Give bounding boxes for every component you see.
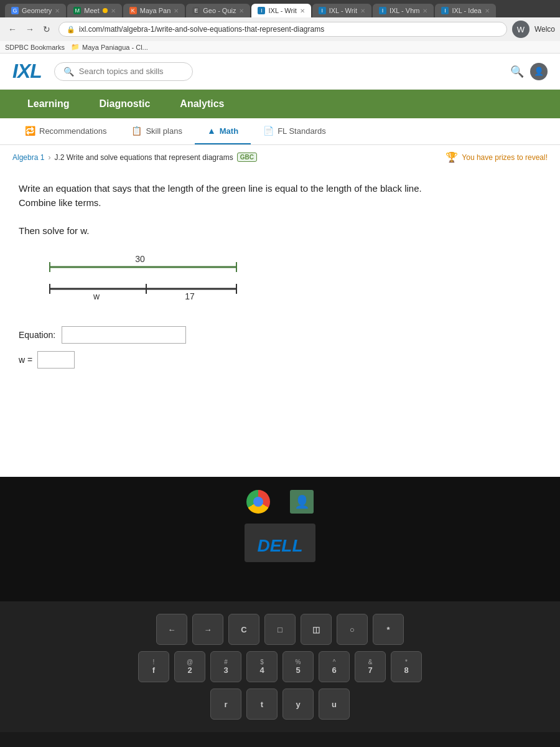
- ixl-logo: IXL: [12, 60, 42, 83]
- diagram-svg: 30 w 17: [37, 248, 274, 311]
- key-circle[interactable]: ○: [337, 614, 368, 645]
- key-bottom-label: 3: [223, 665, 228, 675]
- key-square[interactable]: □: [264, 614, 296, 645]
- key-top-label: @: [187, 659, 193, 665]
- dell-container: DELL: [245, 524, 315, 562]
- tab-ixl4[interactable]: I IXL - Idea ✕: [435, 4, 495, 17]
- tab-meet[interactable]: M Meet ✕: [67, 4, 121, 17]
- subnav-math[interactable]: ▲ Math: [195, 118, 251, 144]
- equation-input[interactable]: [62, 326, 186, 344]
- nav-buttons: ← → ↻: [5, 23, 54, 35]
- key-5-percent[interactable]: % 5: [282, 651, 314, 682]
- tab-close-maya[interactable]: ✕: [174, 7, 179, 14]
- subnav-recommendations[interactable]: 🔁 Recommendations: [12, 118, 119, 144]
- solve-text: Then solve for w.: [19, 225, 535, 236]
- bookmarks-bar: SDPBC Bookmarks 📁 Maya Paniagua - Cl...: [0, 41, 560, 54]
- tab-geometry[interactable]: G Geometry ✕: [5, 4, 66, 17]
- back-button[interactable]: ←: [5, 23, 20, 35]
- breadcrumb-current: J.2 Write and solve equations that repre…: [54, 153, 233, 162]
- key-8-star[interactable]: * 8: [391, 651, 422, 682]
- skillplans-icon: 📋: [131, 126, 142, 136]
- tab-close-ixl1[interactable]: ✕: [300, 7, 305, 14]
- tab-icon-ixl3: I: [379, 7, 386, 14]
- bookmark-maya[interactable]: 📁 Maya Paniagua - Cl...: [71, 43, 148, 51]
- lock-icon: 🔒: [67, 26, 75, 34]
- search-input[interactable]: [79, 67, 184, 76]
- key-double-square[interactable]: ◫: [301, 614, 332, 645]
- key-label: C: [241, 625, 246, 634]
- key-label: ○: [350, 625, 355, 634]
- tab-geo[interactable]: E Geo - Quiz ✕: [186, 4, 250, 17]
- tab-close-geo[interactable]: ✕: [239, 7, 244, 14]
- profile-button[interactable]: W: [512, 21, 530, 38]
- chrome-taskbar-icon[interactable]: [246, 489, 271, 514]
- key-left-arrow[interactable]: ←: [156, 614, 187, 645]
- subnav-recommendations-label: Recommendations: [39, 126, 106, 136]
- w-equals-row: w =: [19, 351, 535, 369]
- key-bottom-label: 7: [368, 665, 372, 675]
- math-icon: ▲: [207, 126, 216, 136]
- tab-ixl1[interactable]: I IXL - Writ ✕: [251, 4, 310, 17]
- tab-close-ixl2[interactable]: ✕: [360, 7, 365, 14]
- profile-initial: W: [517, 25, 525, 34]
- key-6-caret[interactable]: ^ 6: [319, 651, 350, 682]
- header-right: 🔍 👤: [510, 63, 548, 80]
- w-input[interactable]: [37, 351, 75, 369]
- header-profile[interactable]: 👤: [530, 63, 548, 80]
- tab-label-ixl1: IXL - Writ: [268, 7, 296, 14]
- tab-learning[interactable]: Learning: [12, 90, 85, 118]
- address-text: ixl.com/math/algebra-1/write-and-solve-e…: [79, 25, 324, 34]
- browser-chrome: G Geometry ✕ M Meet ✕ K Maya Pan ✕ E Geo…: [0, 0, 560, 17]
- search-button[interactable]: 🔍: [510, 65, 524, 78]
- breadcrumb-algebra1[interactable]: Algebra 1: [12, 153, 44, 162]
- tab-bar: G Geometry ✕ M Meet ✕ K Maya Pan ✕ E Geo…: [5, 4, 555, 17]
- key-u[interactable]: u: [319, 688, 350, 720]
- tab-diagnostic[interactable]: Diagnostic: [85, 90, 166, 118]
- refresh-button[interactable]: ↻: [40, 23, 54, 35]
- flstandards-icon: 📄: [263, 126, 274, 136]
- tab-diagnostic-label: Diagnostic: [100, 98, 151, 109]
- tab-close-meet[interactable]: ✕: [111, 7, 116, 14]
- key-3-hash[interactable]: # 3: [210, 651, 241, 682]
- tab-close-geometry[interactable]: ✕: [55, 7, 60, 14]
- recommendations-icon: 🔁: [25, 126, 35, 136]
- folder-icon: 📁: [71, 43, 80, 51]
- equation-label: Equation:: [19, 330, 55, 340]
- tab-close-ixl3[interactable]: ✕: [422, 7, 427, 14]
- bookmark-sdpbc[interactable]: SDPBC Bookmarks: [5, 44, 65, 51]
- key-c[interactable]: C: [228, 614, 259, 645]
- key-7-amp[interactable]: & 7: [355, 651, 386, 682]
- key-label: r: [224, 700, 227, 709]
- key-asterisk[interactable]: *: [373, 614, 404, 645]
- green-line-label: 30: [135, 254, 145, 264]
- subnav-skillplans[interactable]: 📋 Skill plans: [119, 118, 195, 144]
- key-top-label: %: [296, 659, 301, 665]
- key-2-at[interactable]: @ 2: [174, 651, 205, 682]
- tab-ixl2[interactable]: I IXL - Writ ✕: [312, 4, 371, 17]
- content-area: Write an equation that says that the len…: [0, 169, 560, 381]
- key-r[interactable]: r: [210, 688, 241, 720]
- bookmark-sdpbc-label: SDPBC Bookmarks: [5, 44, 65, 51]
- address-bar[interactable]: 🔒 ixl.com/math/algebra-1/write-and-solve…: [58, 22, 507, 37]
- search-bar[interactable]: 🔍: [54, 62, 193, 81]
- tab-close-ixl4[interactable]: ✕: [485, 7, 490, 14]
- key-right-arrow[interactable]: →: [192, 614, 223, 645]
- tab-ixl3[interactable]: I IXL - Vhm ✕: [373, 4, 434, 17]
- subnav-flstandards[interactable]: 📄 FL Standards: [251, 118, 338, 144]
- breadcrumb: Algebra 1 › J.2 Write and solve equation…: [0, 145, 560, 169]
- key-label: y: [296, 700, 300, 709]
- prizes-badge[interactable]: 🏆 You have prizes to reveal!: [446, 151, 548, 163]
- tab-analytics[interactable]: Analytics: [165, 90, 239, 118]
- tab-label-ixl4: IXL - Idea: [452, 7, 481, 14]
- equation-row: Equation:: [19, 326, 535, 344]
- key-f-excl[interactable]: ! f: [138, 651, 169, 682]
- tab-maya[interactable]: K Maya Pan ✕: [123, 4, 185, 17]
- tab-analytics-label: Analytics: [180, 98, 224, 109]
- key-t[interactable]: t: [246, 688, 278, 720]
- tab-icon-ixl4: I: [441, 7, 449, 14]
- profile-taskbar-icon[interactable]: 👤: [289, 489, 314, 514]
- key-4-dollar[interactable]: $ 4: [246, 651, 278, 682]
- key-y[interactable]: y: [282, 688, 314, 720]
- forward-button[interactable]: →: [22, 23, 37, 35]
- w-equals-label: w =: [19, 355, 32, 365]
